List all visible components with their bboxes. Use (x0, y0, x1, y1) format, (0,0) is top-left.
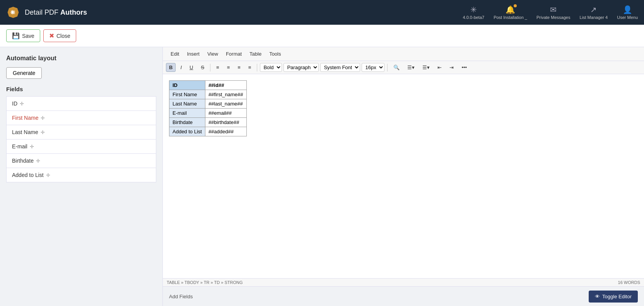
table-cell-birthdate-label[interactable]: Birthdate (169, 118, 205, 127)
editor-menubar: Edit Insert View Format Table Tools (163, 47, 644, 61)
align-left-button[interactable]: ≡ (213, 63, 222, 72)
eye-icon: 👁 (595, 294, 600, 299)
table-cell-birthdate-value[interactable]: ##birthdate## (205, 118, 246, 127)
statusbar-path: TABLE » TBODY » TR » TD » STRONG (167, 280, 243, 285)
table-row: Last Name ##last_name## (169, 99, 247, 109)
table-cell-id-label[interactable]: ID (169, 81, 205, 90)
fields-title: Fields (6, 86, 156, 92)
table-cell-email-value[interactable]: ##email## (205, 109, 246, 118)
editor-content[interactable]: ID ##id## First Name ##first_name## Last… (163, 74, 644, 278)
table-row: First Name ##first_name## (169, 90, 247, 99)
paragraph-dropdown[interactable]: Paragraph (284, 63, 319, 72)
table-cell-lastname-value[interactable]: ##last_name## (205, 99, 246, 109)
field-item-added-to-list[interactable]: Added to List ✛ (6, 168, 156, 182)
add-fields-link[interactable]: Add Fields (169, 294, 193, 299)
table-cell-id-value[interactable]: ##id## (205, 81, 246, 90)
table-row: Added to List ##added## (169, 127, 247, 136)
toggle-editor-button[interactable]: 👁 Toggle Editor (589, 291, 638, 303)
field-item-id[interactable]: ID ✛ (6, 96, 156, 111)
editor-footer: Add Fields 👁 Toggle Editor (163, 286, 644, 306)
bold-button[interactable]: B (166, 63, 176, 72)
font-size-dropdown[interactable]: 16px (362, 63, 384, 72)
outdent-button[interactable]: ⇤ (434, 63, 445, 72)
close-icon: ✖ (49, 32, 54, 39)
ordered-list-button[interactable]: ☰▾ (419, 63, 433, 72)
menu-edit[interactable]: Edit (167, 49, 183, 58)
search-button[interactable]: 🔍 (390, 63, 403, 72)
field-list: ID ✛ First Name ✛ Last Name ✛ E-mail ✛ B… (6, 96, 156, 182)
post-installation-nav[interactable]: 🔔 Post Installation _ (494, 5, 527, 20)
font-size-select[interactable]: 16px (362, 63, 384, 72)
content-table: ID ##id## First Name ##first_name## Last… (169, 80, 247, 136)
field-item-birthdate[interactable]: Birthdate ✛ (6, 154, 156, 168)
mail-icon: ✉ (550, 5, 557, 14)
drag-icon-added-to-list: ✛ (46, 172, 50, 178)
automatic-layout-title: Automatic layout (6, 55, 156, 62)
main-toolbar: 💾 Save ✖ Close (0, 25, 644, 47)
word-count: 16 WORDS (618, 280, 640, 285)
svg-text:✳: ✳ (10, 9, 15, 15)
menu-insert[interactable]: Insert (183, 49, 203, 58)
table-cell-firstname-label[interactable]: First Name (169, 90, 205, 99)
menu-format[interactable]: Format (222, 49, 246, 58)
menu-view[interactable]: View (203, 49, 222, 58)
table-row: E-mail ##email## (169, 109, 247, 118)
drag-icon-firstname: ✛ (41, 115, 45, 121)
external-link-icon: ↗ (590, 5, 597, 14)
table-row: Birthdate ##birthdate## (169, 118, 247, 127)
align-justify-button[interactable]: ≡ (245, 63, 255, 72)
font-name-select[interactable]: Bold (260, 63, 282, 72)
italic-button[interactable]: I (177, 63, 185, 72)
strikethrough-button[interactable]: S (198, 63, 207, 72)
field-item-firstname[interactable]: First Name ✛ (6, 111, 156, 125)
table-cell-email-label[interactable]: E-mail (169, 109, 205, 118)
logo-area[interactable]: ✳ (6, 5, 20, 19)
save-button[interactable]: 💾 Save (6, 29, 40, 42)
indent-button[interactable]: ⇥ (446, 63, 457, 72)
drag-icon-email: ✛ (30, 144, 34, 150)
bell-icon: 🔔 (506, 5, 515, 14)
header: ✳ Detail PDF Authors ✳ 4.0.0-beta7 🔔 Pos… (0, 0, 644, 25)
editor-area: Edit Insert View Format Table Tools B I … (162, 47, 644, 306)
table-cell-lastname-label[interactable]: Last Name (169, 99, 205, 109)
user-icon: 👤 (623, 5, 632, 14)
separator-3 (387, 64, 388, 71)
field-item-email[interactable]: E-mail ✛ (6, 139, 156, 154)
close-button[interactable]: ✖ Close (43, 29, 76, 42)
align-center-button[interactable]: ≡ (224, 63, 233, 72)
user-menu-nav[interactable]: 👤 User Menu (617, 5, 638, 20)
joomla-logo-icon: ✳ (6, 5, 20, 19)
table-cell-firstname-value[interactable]: ##first_name## (205, 90, 246, 99)
paragraph-select[interactable]: Paragraph (284, 63, 319, 72)
field-item-lastname[interactable]: Last Name ✛ (6, 125, 156, 139)
unordered-list-button[interactable]: ☰▾ (404, 63, 418, 72)
private-messages-nav[interactable]: ✉ Private Messages (536, 5, 570, 20)
table-cell-added-value[interactable]: ##added## (205, 127, 246, 136)
more-button[interactable]: ••• (458, 63, 470, 72)
editor-toolbar: B I U S ≡ ≡ ≡ ≡ Bold Paragraph Sys (163, 61, 644, 74)
main-content: Automatic layout Generate Fields ID ✛ Fi… (0, 47, 644, 306)
sidebar: Automatic layout Generate Fields ID ✛ Fi… (0, 47, 162, 306)
drag-icon-lastname: ✛ (41, 129, 45, 135)
menu-table[interactable]: Table (246, 49, 265, 58)
version-badge[interactable]: ✳ 4.0.0-beta7 (463, 5, 485, 20)
list-manager-nav[interactable]: ↗ List Manager 4 (579, 5, 608, 20)
menu-tools[interactable]: Tools (265, 49, 285, 58)
drag-icon-birthdate: ✛ (36, 158, 40, 164)
font-family-select[interactable]: System Font (320, 63, 360, 72)
save-icon: 💾 (12, 32, 20, 39)
page-title: Detail PDF Authors (25, 8, 458, 17)
align-right-button[interactable]: ≡ (234, 63, 244, 72)
table-cell-added-label[interactable]: Added to List (169, 127, 205, 136)
generate-button[interactable]: Generate (6, 67, 42, 79)
drag-icon-id: ✛ (20, 101, 24, 107)
editor-statusbar: TABLE » TBODY » TR » TD » STRONG 16 WORD… (163, 278, 644, 286)
font-family-dropdown[interactable]: System Font (320, 63, 360, 72)
underline-button[interactable]: U (186, 63, 196, 72)
header-actions: ✳ 4.0.0-beta7 🔔 Post Installation _ ✉ Pr… (463, 5, 638, 20)
font-name-dropdown[interactable]: Bold (260, 63, 282, 72)
table-row: ID ##id## (169, 81, 247, 90)
separator-1 (210, 64, 210, 71)
joomla-icon: ✳ (470, 5, 477, 14)
separator-2 (257, 64, 257, 71)
